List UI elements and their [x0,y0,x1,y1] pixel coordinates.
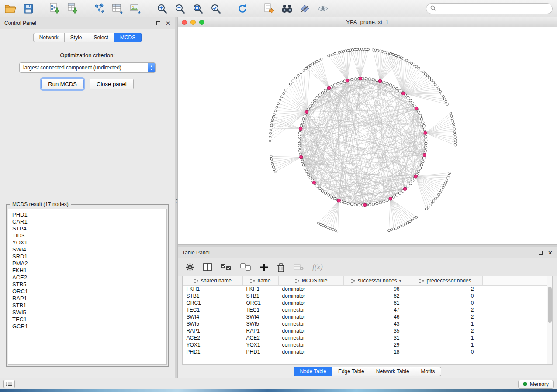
result-item[interactable]: YOX1 [12,239,163,246]
tab-edge-table[interactable]: Edge Table [332,367,370,376]
tab-style[interactable]: Style [65,33,88,42]
table-row[interactable]: STB1STB1dominator620 [183,292,547,299]
import-network-icon[interactable] [49,3,61,15]
table-cell[interactable]: TEC1 [243,306,279,313]
table-cell[interactable]: dominator [279,348,344,355]
table-cell[interactable] [483,334,547,341]
table-row[interactable]: ACE2ACE2connector311 [183,334,547,341]
float-panel-icon[interactable] [156,21,160,25]
table-cell[interactable]: RAP1 [243,327,279,334]
table-cell[interactable]: 46 [344,313,408,320]
search-network-icon[interactable] [281,3,293,15]
table-cell[interactable]: SWI5 [243,320,279,327]
table-cell[interactable]: 62 [344,292,408,299]
minimize-window-icon[interactable] [190,20,196,25]
table-cell[interactable] [483,313,547,320]
table-cell[interactable]: connector [279,334,344,341]
table-cell[interactable] [483,348,547,355]
search-box[interactable] [426,3,553,14]
table-cell[interactable]: 0 [408,348,483,355]
table-cell[interactable]: PHD1 [183,348,243,355]
table-row[interactable]: ORC1ORC1dominator610 [183,299,547,306]
export-image-icon[interactable] [129,3,142,15]
result-item[interactable]: SWI4 [12,246,163,253]
table-row[interactable]: SWI5SWI5connector431 [183,320,547,327]
table-cell[interactable]: 2 [408,285,483,292]
result-item[interactable]: CAR1 [12,218,163,225]
new-table-icon[interactable] [111,3,124,15]
table-scrollbar-thumb[interactable] [548,287,552,323]
float-table-panel-icon[interactable] [539,251,543,255]
result-item[interactable]: ORC1 [12,288,163,295]
zoom-in-icon[interactable] [156,3,168,15]
table-cell[interactable]: dominator [279,285,344,292]
zoom-selected-icon[interactable] [210,3,222,15]
column-header-name[interactable]: name [243,276,279,285]
table-cell[interactable]: SWI5 [183,320,243,327]
table-cell[interactable] [483,306,547,313]
close-panel-icon[interactable]: ✕ [166,21,170,26]
table-cell[interactable]: ACE2 [243,334,279,341]
result-item[interactable]: STB1 [12,302,163,309]
table-row[interactable]: RAP1RAP1dominator352 [183,327,547,334]
table-cell[interactable]: connector [279,306,344,313]
table-cell[interactable] [483,341,547,348]
memory-button[interactable]: Memory [518,380,554,389]
run-mcds-button[interactable]: Run MCDS [41,79,84,89]
table-cell[interactable]: ORC1 [183,299,243,306]
result-item[interactable]: TEC1 [12,316,163,323]
column-header-successor-nodes[interactable]: successor nodes▾ [344,276,408,285]
table-cell[interactable]: 43 [344,320,408,327]
table-cell[interactable]: YOX1 [243,341,279,348]
table-cell[interactable]: SWI4 [243,313,279,320]
network-canvas[interactable] [178,27,557,244]
result-item[interactable]: PMA2 [12,260,163,267]
table-cell[interactable]: dominator [279,313,344,320]
result-item[interactable]: FKH1 [12,267,163,274]
table-cell[interactable]: dominator [279,299,344,306]
column-header-shared-name[interactable]: shared name [183,276,243,285]
result-item[interactable]: TID3 [12,232,163,239]
tab-select[interactable]: Select [88,33,114,42]
close-window-icon[interactable] [182,20,187,25]
show-hide-icon[interactable] [317,3,329,15]
table-cell[interactable] [483,292,547,299]
zoom-fit-icon[interactable] [192,3,204,15]
table-cell[interactable]: PHD1 [243,348,279,355]
table-row[interactable]: PHD1PHD1dominator180 [183,348,547,355]
table-cell[interactable]: 0 [408,299,483,306]
column-header-predecessor-nodes[interactable]: predecessor nodes [408,276,483,285]
table-cell[interactable]: dominator [279,292,344,299]
table-cell[interactable]: ORC1 [243,299,279,306]
close-table-panel-icon[interactable]: ✕ [548,250,553,256]
result-item[interactable]: STP4 [12,225,163,232]
result-item[interactable]: RAP1 [12,295,163,302]
table-cell[interactable] [483,299,547,306]
table-cell[interactable]: 96 [344,285,408,292]
table-cell[interactable]: 2 [408,313,483,320]
table-cell[interactable]: TEC1 [183,306,243,313]
result-item[interactable]: ACE2 [12,274,163,281]
criterion-dropdown[interactable]: largest connected component (undirected)… [19,62,156,73]
network-graph[interactable] [178,27,557,244]
select-all-icon[interactable] [221,263,232,271]
share-document-icon[interactable] [263,3,275,15]
table-cell[interactable]: 18 [344,348,408,355]
table-row[interactable]: YOX1YOX1connector291 [183,341,547,348]
import-table-icon[interactable] [67,3,79,15]
result-item[interactable]: SRD1 [12,253,163,260]
table-cell[interactable]: connector [279,341,344,348]
table-cell[interactable] [483,285,547,292]
table-cell[interactable]: YOX1 [183,341,243,348]
table-scrollbar[interactable] [547,276,552,364]
new-network-icon[interactable] [93,3,106,15]
table-cell[interactable]: 47 [344,306,408,313]
table-cell[interactable]: connector [279,320,344,327]
result-item[interactable]: SWI5 [12,309,163,316]
table-cell[interactable]: 35 [344,327,408,334]
table-cell[interactable]: 0 [408,292,483,299]
table-cell[interactable]: 61 [344,299,408,306]
table-cell[interactable]: 1 [408,320,483,327]
mcds-result-list[interactable]: PHD1CAR1STP4TID3YOX1SWI4SRD1PMA2FKH1ACE2… [8,209,167,365]
save-icon[interactable] [22,3,35,15]
